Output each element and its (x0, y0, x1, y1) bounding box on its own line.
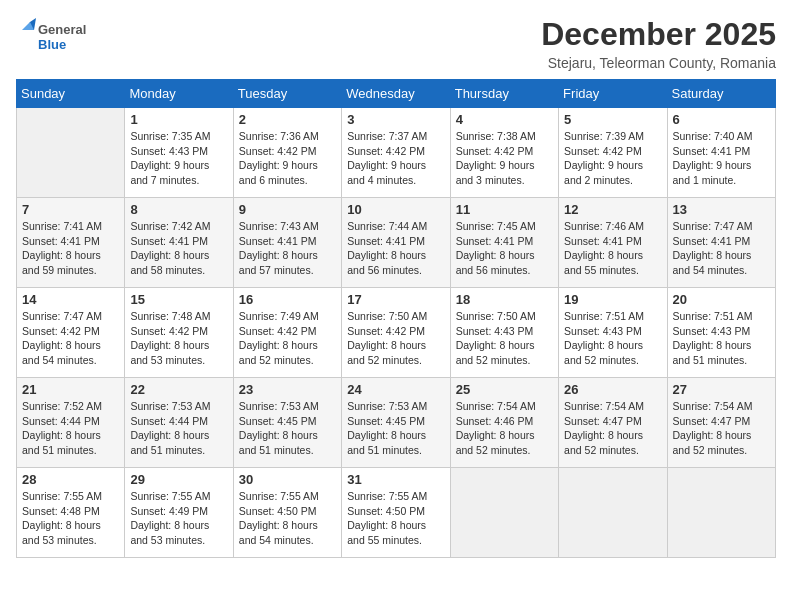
day-info: Sunrise: 7:52 AMSunset: 4:44 PMDaylight:… (22, 399, 119, 458)
day-number: 13 (673, 202, 770, 217)
header-friday: Friday (559, 80, 667, 108)
svg-text:Blue: Blue (38, 37, 66, 52)
day-info: Sunrise: 7:46 AMSunset: 4:41 PMDaylight:… (564, 219, 661, 278)
calendar-day-cell: 13Sunrise: 7:47 AMSunset: 4:41 PMDayligh… (667, 198, 775, 288)
day-info: Sunrise: 7:39 AMSunset: 4:42 PMDaylight:… (564, 129, 661, 188)
day-number: 17 (347, 292, 444, 307)
day-number: 24 (347, 382, 444, 397)
header-monday: Monday (125, 80, 233, 108)
day-info: Sunrise: 7:48 AMSunset: 4:42 PMDaylight:… (130, 309, 227, 368)
calendar-header-row: Sunday Monday Tuesday Wednesday Thursday… (17, 80, 776, 108)
day-info: Sunrise: 7:55 AMSunset: 4:48 PMDaylight:… (22, 489, 119, 548)
day-info: Sunrise: 7:47 AMSunset: 4:42 PMDaylight:… (22, 309, 119, 368)
calendar-day-cell: 9Sunrise: 7:43 AMSunset: 4:41 PMDaylight… (233, 198, 341, 288)
day-info: Sunrise: 7:40 AMSunset: 4:41 PMDaylight:… (673, 129, 770, 188)
calendar-day-cell: 24Sunrise: 7:53 AMSunset: 4:45 PMDayligh… (342, 378, 450, 468)
calendar-day-cell: 16Sunrise: 7:49 AMSunset: 4:42 PMDayligh… (233, 288, 341, 378)
day-number: 23 (239, 382, 336, 397)
calendar-week-row: 21Sunrise: 7:52 AMSunset: 4:44 PMDayligh… (17, 378, 776, 468)
day-info: Sunrise: 7:50 AMSunset: 4:43 PMDaylight:… (456, 309, 553, 368)
calendar-day-cell: 3Sunrise: 7:37 AMSunset: 4:42 PMDaylight… (342, 108, 450, 198)
calendar-day-cell: 21Sunrise: 7:52 AMSunset: 4:44 PMDayligh… (17, 378, 125, 468)
day-info: Sunrise: 7:38 AMSunset: 4:42 PMDaylight:… (456, 129, 553, 188)
calendar-week-row: 28Sunrise: 7:55 AMSunset: 4:48 PMDayligh… (17, 468, 776, 558)
calendar-day-cell: 15Sunrise: 7:48 AMSunset: 4:42 PMDayligh… (125, 288, 233, 378)
calendar-day-cell: 20Sunrise: 7:51 AMSunset: 4:43 PMDayligh… (667, 288, 775, 378)
day-info: Sunrise: 7:49 AMSunset: 4:42 PMDaylight:… (239, 309, 336, 368)
day-info: Sunrise: 7:54 AMSunset: 4:46 PMDaylight:… (456, 399, 553, 458)
day-number: 2 (239, 112, 336, 127)
day-number: 15 (130, 292, 227, 307)
day-number: 26 (564, 382, 661, 397)
day-info: Sunrise: 7:54 AMSunset: 4:47 PMDaylight:… (673, 399, 770, 458)
day-number: 5 (564, 112, 661, 127)
day-info: Sunrise: 7:53 AMSunset: 4:44 PMDaylight:… (130, 399, 227, 458)
day-info: Sunrise: 7:41 AMSunset: 4:41 PMDaylight:… (22, 219, 119, 278)
day-info: Sunrise: 7:51 AMSunset: 4:43 PMDaylight:… (564, 309, 661, 368)
calendar-day-cell: 14Sunrise: 7:47 AMSunset: 4:42 PMDayligh… (17, 288, 125, 378)
calendar-day-cell: 30Sunrise: 7:55 AMSunset: 4:50 PMDayligh… (233, 468, 341, 558)
header-sunday: Sunday (17, 80, 125, 108)
day-number: 7 (22, 202, 119, 217)
day-info: Sunrise: 7:55 AMSunset: 4:50 PMDaylight:… (239, 489, 336, 548)
day-number: 25 (456, 382, 553, 397)
calendar-day-cell: 18Sunrise: 7:50 AMSunset: 4:43 PMDayligh… (450, 288, 558, 378)
day-info: Sunrise: 7:47 AMSunset: 4:41 PMDaylight:… (673, 219, 770, 278)
calendar-day-cell (17, 108, 125, 198)
calendar-day-cell: 31Sunrise: 7:55 AMSunset: 4:50 PMDayligh… (342, 468, 450, 558)
logo-svg: General Blue (16, 16, 96, 60)
day-number: 16 (239, 292, 336, 307)
day-info: Sunrise: 7:37 AMSunset: 4:42 PMDaylight:… (347, 129, 444, 188)
day-number: 28 (22, 472, 119, 487)
calendar-day-cell: 22Sunrise: 7:53 AMSunset: 4:44 PMDayligh… (125, 378, 233, 468)
calendar-day-cell: 7Sunrise: 7:41 AMSunset: 4:41 PMDaylight… (17, 198, 125, 288)
day-info: Sunrise: 7:44 AMSunset: 4:41 PMDaylight:… (347, 219, 444, 278)
day-info: Sunrise: 7:53 AMSunset: 4:45 PMDaylight:… (239, 399, 336, 458)
calendar-day-cell (450, 468, 558, 558)
logo: General Blue (16, 16, 96, 60)
day-info: Sunrise: 7:54 AMSunset: 4:47 PMDaylight:… (564, 399, 661, 458)
day-info: Sunrise: 7:50 AMSunset: 4:42 PMDaylight:… (347, 309, 444, 368)
title-block: December 2025 Stejaru, Teleorman County,… (541, 16, 776, 71)
calendar-day-cell: 17Sunrise: 7:50 AMSunset: 4:42 PMDayligh… (342, 288, 450, 378)
header-tuesday: Tuesday (233, 80, 341, 108)
day-info: Sunrise: 7:55 AMSunset: 4:49 PMDaylight:… (130, 489, 227, 548)
calendar-table: Sunday Monday Tuesday Wednesday Thursday… (16, 79, 776, 558)
calendar-day-cell: 1Sunrise: 7:35 AMSunset: 4:43 PMDaylight… (125, 108, 233, 198)
day-info: Sunrise: 7:43 AMSunset: 4:41 PMDaylight:… (239, 219, 336, 278)
day-number: 1 (130, 112, 227, 127)
header-saturday: Saturday (667, 80, 775, 108)
calendar-day-cell: 27Sunrise: 7:54 AMSunset: 4:47 PMDayligh… (667, 378, 775, 468)
calendar-day-cell (559, 468, 667, 558)
calendar-week-row: 7Sunrise: 7:41 AMSunset: 4:41 PMDaylight… (17, 198, 776, 288)
calendar-day-cell: 25Sunrise: 7:54 AMSunset: 4:46 PMDayligh… (450, 378, 558, 468)
day-number: 8 (130, 202, 227, 217)
day-number: 11 (456, 202, 553, 217)
day-number: 14 (22, 292, 119, 307)
calendar-day-cell: 26Sunrise: 7:54 AMSunset: 4:47 PMDayligh… (559, 378, 667, 468)
calendar-day-cell: 5Sunrise: 7:39 AMSunset: 4:42 PMDaylight… (559, 108, 667, 198)
header-wednesday: Wednesday (342, 80, 450, 108)
day-info: Sunrise: 7:53 AMSunset: 4:45 PMDaylight:… (347, 399, 444, 458)
day-number: 22 (130, 382, 227, 397)
calendar-day-cell: 11Sunrise: 7:45 AMSunset: 4:41 PMDayligh… (450, 198, 558, 288)
day-number: 9 (239, 202, 336, 217)
location: Stejaru, Teleorman County, Romania (541, 55, 776, 71)
day-number: 6 (673, 112, 770, 127)
day-number: 4 (456, 112, 553, 127)
day-info: Sunrise: 7:42 AMSunset: 4:41 PMDaylight:… (130, 219, 227, 278)
page-header: General Blue December 2025 Stejaru, Tele… (16, 16, 776, 71)
day-number: 21 (22, 382, 119, 397)
calendar-day-cell: 2Sunrise: 7:36 AMSunset: 4:42 PMDaylight… (233, 108, 341, 198)
day-info: Sunrise: 7:55 AMSunset: 4:50 PMDaylight:… (347, 489, 444, 548)
day-info: Sunrise: 7:36 AMSunset: 4:42 PMDaylight:… (239, 129, 336, 188)
day-number: 31 (347, 472, 444, 487)
day-number: 29 (130, 472, 227, 487)
calendar-day-cell: 23Sunrise: 7:53 AMSunset: 4:45 PMDayligh… (233, 378, 341, 468)
calendar-day-cell: 29Sunrise: 7:55 AMSunset: 4:49 PMDayligh… (125, 468, 233, 558)
calendar-day-cell: 10Sunrise: 7:44 AMSunset: 4:41 PMDayligh… (342, 198, 450, 288)
calendar-day-cell: 19Sunrise: 7:51 AMSunset: 4:43 PMDayligh… (559, 288, 667, 378)
svg-text:General: General (38, 22, 86, 37)
month-year: December 2025 (541, 16, 776, 53)
calendar-week-row: 1Sunrise: 7:35 AMSunset: 4:43 PMDaylight… (17, 108, 776, 198)
